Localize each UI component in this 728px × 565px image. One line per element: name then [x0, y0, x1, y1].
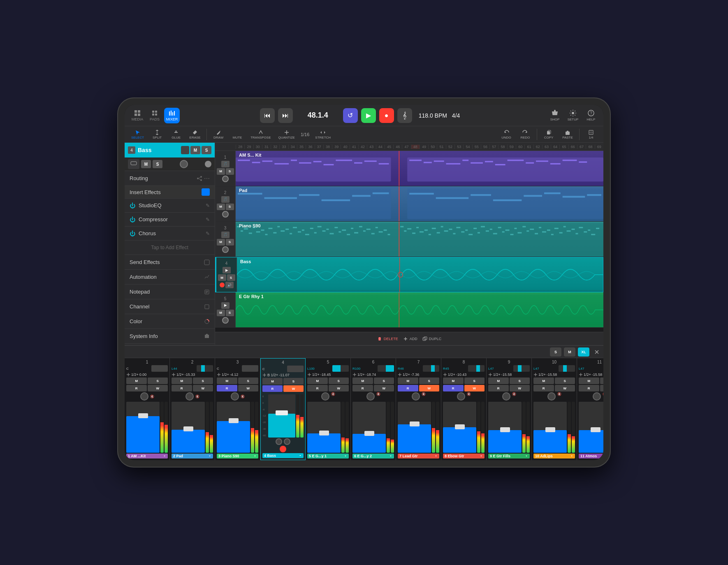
ch3-write[interactable]: W: [238, 385, 259, 391]
track-3-content[interactable]: Piano S90: [236, 222, 603, 257]
track-5-solo-btn[interactable]: S: [226, 310, 234, 316]
color-row[interactable]: Color: [125, 314, 215, 329]
erase-tool[interactable]: ERASE: [186, 129, 204, 140]
size-xl-btn[interactable]: XL: [578, 347, 589, 357]
ch8-read[interactable]: R: [443, 385, 464, 391]
ch8-send-knob[interactable]: [457, 392, 465, 401]
goto-end-button[interactable]: ⏭: [278, 108, 293, 123]
size-s-btn[interactable]: S: [550, 347, 561, 357]
mute-tool[interactable]: MUTE: [228, 129, 246, 140]
ch5-mute[interactable]: M: [307, 377, 328, 384]
send-effects-row[interactable]: Send Effects: [125, 255, 215, 270]
ch7-write[interactable]: W: [419, 385, 440, 391]
setup-button[interactable]: SETUP: [566, 108, 580, 123]
ch6-pan-knob[interactable]: [378, 365, 394, 372]
ch6-label[interactable]: 6 E G...y 2: [352, 454, 394, 458]
track-solo-btn[interactable]: S: [202, 146, 211, 154]
track-4-content[interactable]: Bass: [237, 257, 603, 292]
record-button[interactable]: ●: [379, 108, 394, 123]
mixer-channels[interactable]: 1 C 1/2+ 0.00 M S: [125, 358, 603, 460]
track-3-send-knob[interactable]: [222, 246, 229, 253]
ch4-solo[interactable]: S: [283, 378, 304, 384]
record-enable-btn[interactable]: [205, 161, 211, 167]
ch4-send-knob[interactable]: [284, 438, 290, 445]
split-tool[interactable]: SPLIT: [148, 129, 166, 140]
ch1-solo[interactable]: S: [148, 377, 168, 384]
stretch-tool[interactable]: STRETCH: [312, 129, 334, 140]
studio-eq-edit[interactable]: ✎: [206, 203, 210, 208]
channel-strip-6[interactable]: 6 R100 1/2+ -18.74 M S: [351, 358, 396, 460]
ch6-solo[interactable]: S: [374, 377, 394, 384]
ch3-pan-knob[interactable]: [242, 365, 258, 372]
channel-strip-10[interactable]: 10 L47 1/2+ -15.58 M S: [532, 358, 577, 460]
ch3-send-knob[interactable]: [231, 392, 239, 401]
ch10-write[interactable]: W: [555, 385, 575, 391]
ch5-send-knob[interactable]: [321, 392, 329, 401]
ch11-fader[interactable]: [579, 402, 603, 453]
ch2-pan-knob[interactable]: [197, 365, 213, 372]
ch9-pan-knob[interactable]: [513, 365, 530, 372]
track-3-midi-btn[interactable]: 🎵: [221, 232, 230, 238]
ch10-read[interactable]: R: [533, 385, 554, 391]
track-3-solo-btn[interactable]: S: [226, 239, 234, 245]
channel-s-btn[interactable]: S: [153, 160, 162, 168]
grid-value[interactable]: 1/4: [582, 129, 600, 140]
select-tool[interactable]: SELECT: [128, 129, 147, 140]
ch9-solo[interactable]: S: [510, 377, 530, 384]
ch9-send-knob[interactable]: [502, 392, 510, 401]
glue-tool[interactable]: GLUE: [167, 129, 185, 140]
ch10-fader[interactable]: [533, 402, 567, 453]
ch4-mute[interactable]: M: [262, 378, 283, 384]
add-insert-effect-btn[interactable]: [202, 188, 210, 196]
track-3-mute-btn[interactable]: M: [217, 239, 225, 245]
ch5-pan-knob[interactable]: [332, 365, 349, 372]
track-5-content[interactable]: E Gtr Rhy 1: [236, 292, 603, 327]
channel-row[interactable]: Channel: [125, 299, 215, 314]
notepad-row[interactable]: Notepad: [125, 285, 215, 299]
channel-strip-7[interactable]: 7 R46 1/2+ -7.36 M S: [396, 358, 441, 460]
ch3-read[interactable]: R: [217, 385, 237, 391]
ch8-pan-knob[interactable]: [468, 365, 485, 372]
ch11-read[interactable]: R: [579, 385, 599, 391]
system-info-row[interactable]: System Info: [125, 329, 215, 344]
ch3-fader[interactable]: [217, 402, 250, 453]
ch8-fader[interactable]: [443, 402, 476, 453]
compressor-power[interactable]: ⏻: [130, 216, 135, 223]
ch10-label[interactable]: 10 AdLips: [533, 454, 575, 458]
ch10-mute[interactable]: M: [533, 377, 554, 384]
channel-strip-2[interactable]: 2 L44 1/2+ -15.33 M S: [170, 358, 215, 460]
ch5-fader[interactable]: [307, 402, 341, 453]
track-2-solo-btn[interactable]: S: [226, 204, 234, 210]
selected-track-header[interactable]: 4 Bass M S: [125, 143, 215, 157]
midi-button[interactable]: [128, 159, 139, 169]
ch1-write[interactable]: W: [148, 385, 168, 391]
ch7-solo[interactable]: S: [419, 377, 440, 384]
track-1-solo-btn[interactable]: S: [226, 168, 234, 175]
ch8-write[interactable]: W: [464, 385, 485, 391]
ch10-send-knob[interactable]: [547, 392, 556, 401]
transpose-tool[interactable]: TRANSPOSE: [247, 129, 274, 140]
ch7-read[interactable]: R: [398, 385, 418, 391]
routing-row[interactable]: Routing ⋯: [125, 171, 215, 186]
channel-m-btn[interactable]: M: [141, 160, 151, 168]
ch4-label[interactable]: 4 Bass: [262, 453, 304, 458]
track-5-send-knob[interactable]: [222, 317, 229, 324]
track-2-content[interactable]: Pad: [236, 186, 603, 221]
track-2-mute-btn[interactable]: M: [217, 204, 225, 210]
studio-eq-power[interactable]: ⏻: [130, 202, 135, 209]
ch9-fader[interactable]: [488, 402, 522, 453]
cycle-button[interactable]: ↺: [343, 108, 358, 123]
add-track-btn[interactable]: ADD: [403, 336, 417, 341]
mixer-close-icon[interactable]: [594, 349, 600, 355]
track-5-mute-btn[interactable]: M: [217, 310, 225, 316]
paste-tool[interactable]: PASTE: [559, 129, 577, 140]
ch3-label[interactable]: 3 Piano S90: [217, 454, 258, 458]
track-4-solo-btn[interactable]: S: [227, 274, 235, 281]
ch1-send-knob[interactable]: [140, 392, 148, 401]
ch10-solo[interactable]: S: [555, 377, 575, 384]
ch2-send-knob[interactable]: [185, 392, 194, 401]
channel-strip-3[interactable]: 3 C 1/2+ -4.12 M S: [215, 358, 260, 460]
ch2-label[interactable]: 2 Pad: [172, 454, 213, 458]
undo-tool[interactable]: UNDO: [497, 129, 515, 140]
studio-eq-row[interactable]: ⏻ StudioEQ ✎: [125, 199, 215, 213]
